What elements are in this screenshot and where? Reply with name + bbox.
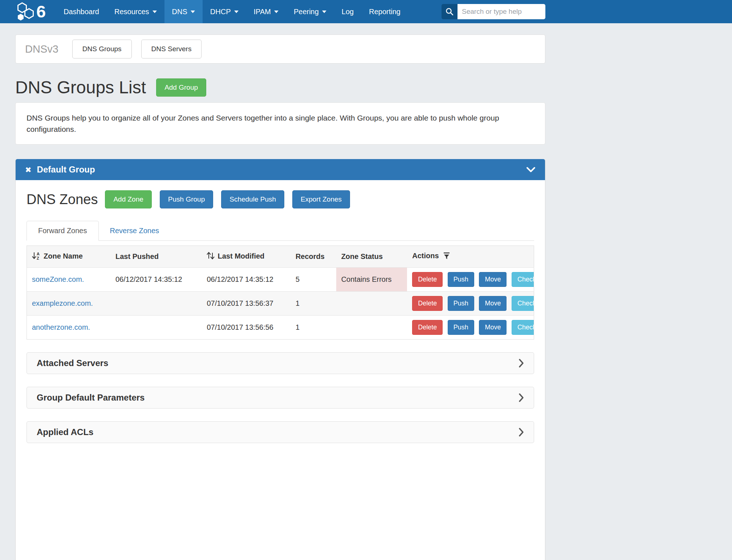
sort-icon[interactable]: [207, 251, 215, 262]
app-logo[interactable]: 6: [15, 0, 46, 23]
svg-text:Z: Z: [37, 256, 39, 260]
push-button[interactable]: Push: [448, 272, 474, 287]
dns-zones-title: DNS Zones: [27, 192, 98, 207]
check-button[interactable]: Check: [512, 296, 534, 311]
last-modified-value: 06/12/2017 14:35:12: [202, 268, 290, 292]
intro-box: DNS Groups help you to organize all of y…: [15, 102, 545, 145]
nav-item-dashboard[interactable]: Dashboard: [56, 0, 107, 23]
zone-status-badge: Contains Errors: [336, 268, 407, 292]
group-panel-header[interactable]: ✖ Default Group: [16, 159, 545, 180]
tab-reverse-zones[interactable]: Reverse Zones: [99, 221, 171, 240]
top-navbar: 6 Dashboard Resources DNS DHCP IPAM Peer…: [0, 0, 732, 23]
context-label: DNSv3: [25, 43, 58, 55]
col-last-pushed[interactable]: Last Pushed: [110, 246, 202, 268]
table-row: anotherzone.com. 07/10/2017 13:56:56 1 D…: [27, 316, 534, 340]
group-panel-body: DNS Zones Add Zone Push Group Schedule P…: [16, 180, 545, 560]
check-button[interactable]: Check: [512, 272, 534, 287]
zone-name-link[interactable]: someZone.com.: [32, 275, 84, 283]
chevron-down-icon: [152, 11, 157, 13]
page-title: DNS Groups List: [15, 77, 146, 97]
nav-item-reporting[interactable]: Reporting: [361, 0, 408, 23]
table-row: examplezone.com. 07/10/2017 13:56:37 1 D…: [27, 292, 534, 316]
nav-item-dns[interactable]: DNS: [164, 0, 203, 23]
records-value: 1: [290, 292, 336, 316]
chevron-right-icon: [518, 358, 524, 368]
chevron-down-icon: [322, 11, 326, 13]
zone-name-link[interactable]: anotherzone.com.: [32, 323, 90, 331]
section-group-default-parameters[interactable]: Group Default Parameters: [27, 387, 534, 409]
zones-tabs: Forward Zones Reverse Zones: [27, 221, 534, 241]
actions-cell: Delete Push Move Check: [407, 316, 534, 340]
last-modified-value: 07/10/2017 13:56:37: [202, 292, 290, 316]
actions-cell: Delete Push Move Check: [407, 268, 534, 292]
push-button[interactable]: Push: [448, 296, 474, 311]
nav-item-log[interactable]: Log: [334, 0, 361, 23]
hexagon-logo-icon: [15, 2, 36, 21]
delete-button[interactable]: Delete: [412, 296, 443, 311]
section-applied-acls[interactable]: Applied ACLs: [27, 421, 534, 443]
svg-text:A: A: [37, 252, 40, 256]
intro-text: DNS Groups help you to organize all of y…: [27, 112, 534, 135]
col-records[interactable]: Records: [290, 246, 336, 268]
dns-servers-button[interactable]: DNS Servers: [141, 40, 202, 58]
page-title-row: DNS Groups List Add Group: [15, 77, 545, 97]
move-button[interactable]: Move: [479, 272, 507, 287]
records-value: 1: [290, 316, 336, 340]
chevron-right-icon: [518, 427, 524, 437]
delete-button[interactable]: Delete: [412, 272, 443, 287]
actions-cell: Delete Push Move Check: [407, 292, 534, 316]
chevron-down-icon[interactable]: [526, 167, 536, 173]
section-label: Attached Servers: [37, 358, 108, 368]
nav-item-ipam[interactable]: IPAM: [246, 0, 286, 23]
col-zone-name[interactable]: AZ Zone Name: [27, 246, 111, 268]
group-title: Default Group: [37, 165, 95, 175]
zone-name-link[interactable]: examplezone.com.: [32, 299, 93, 307]
last-pushed-value: [110, 316, 202, 340]
section-label: Group Default Parameters: [37, 393, 145, 403]
col-last-modified[interactable]: Last Modified: [202, 246, 290, 268]
move-button[interactable]: Move: [479, 296, 507, 311]
push-button[interactable]: Push: [448, 320, 474, 335]
check-button[interactable]: Check: [512, 320, 534, 335]
global-search: [442, 4, 545, 19]
col-zone-status[interactable]: Zone Status: [336, 246, 407, 268]
col-actions: Actions: [407, 246, 534, 268]
nav-item-peering[interactable]: Peering: [286, 0, 334, 23]
nav-item-resources[interactable]: Resources: [107, 0, 164, 23]
zones-table: AZ Zone Name Last Pushed Last Modified R…: [27, 245, 534, 340]
dns-zones-header-row: DNS Zones Add Zone Push Group Schedule P…: [27, 190, 534, 208]
table-row: someZone.com. 06/12/2017 14:35:12 06/12/…: [27, 268, 534, 292]
tab-forward-zones[interactable]: Forward Zones: [27, 221, 99, 241]
search-icon: [442, 4, 458, 19]
delete-button[interactable]: Delete: [412, 320, 443, 335]
logo-numeral: 6: [36, 0, 46, 23]
last-modified-value: 07/10/2017 13:56:56: [202, 316, 290, 340]
add-group-button[interactable]: Add Group: [156, 78, 206, 97]
context-toolbar: DNSv3 DNS Groups DNS Servers: [15, 35, 545, 64]
table-header-row: AZ Zone Name Last Pushed Last Modified R…: [27, 246, 534, 268]
section-attached-servers[interactable]: Attached Servers: [27, 352, 534, 374]
section-label: Applied ACLs: [37, 427, 93, 437]
zone-status-badge: [336, 292, 407, 316]
move-button[interactable]: Move: [479, 320, 507, 335]
close-icon[interactable]: ✖: [25, 166, 32, 174]
default-group-panel: ✖ Default Group DNS Zones Add Zone Push …: [15, 159, 545, 560]
zone-status-badge: [336, 316, 407, 340]
chevron-right-icon: [518, 393, 524, 402]
export-zones-button[interactable]: Export Zones: [292, 190, 350, 208]
search-input[interactable]: [458, 4, 545, 19]
sort-alpha-icon[interactable]: AZ: [32, 251, 41, 262]
nav-item-dhcp[interactable]: DHCP: [203, 0, 246, 23]
filter-icon[interactable]: [443, 252, 451, 261]
chevron-down-icon: [274, 11, 278, 13]
last-pushed-value: [110, 292, 202, 316]
push-group-button[interactable]: Push Group: [160, 190, 213, 208]
schedule-push-button[interactable]: Schedule Push: [221, 190, 284, 208]
dns-groups-button[interactable]: DNS Groups: [72, 40, 132, 58]
chevron-down-icon: [234, 11, 239, 13]
add-zone-button[interactable]: Add Zone: [105, 190, 151, 208]
last-pushed-value: 06/12/2017 14:35:12: [110, 268, 202, 292]
records-value: 5: [290, 268, 336, 292]
chevron-down-icon: [191, 11, 195, 13]
